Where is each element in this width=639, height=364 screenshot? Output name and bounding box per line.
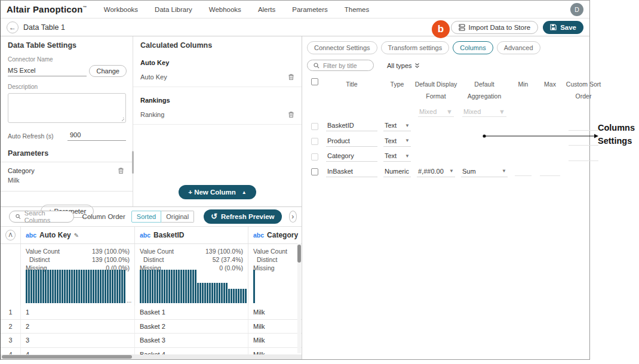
calc-item-ranking[interactable]: Ranking — [133, 111, 302, 125]
row-checkbox[interactable] — [311, 138, 318, 145]
import-data-button[interactable]: Import Data to Store — [451, 21, 539, 34]
order-option-original[interactable]: Original — [161, 211, 194, 223]
histogram-bar — [185, 270, 187, 303]
nav-item-alerts[interactable]: Alerts — [258, 6, 275, 13]
histogram-bar — [40, 270, 42, 303]
aggregation-dropdown[interactable]: Sum▼ — [461, 167, 508, 177]
tab-connector-settings[interactable]: Connector Settings — [307, 41, 377, 54]
row-number: 3 — [1, 334, 21, 347]
stat-line-distinct: Distinct — [253, 255, 297, 264]
column-title-field[interactable]: InBasket — [326, 167, 377, 177]
parameter-item[interactable]: CategoryMilk — [8, 167, 127, 184]
nav-item-data-library[interactable]: Data Library — [155, 6, 192, 13]
divider — [1, 191, 133, 192]
refresh-preview-button[interactable]: ↺ Refresh Preview — [204, 209, 281, 224]
stats-category: Value CountDistinctMissing — [248, 244, 302, 306]
histogram-bar — [112, 270, 113, 303]
custom-sort-field[interactable] — [569, 153, 598, 161]
trash-icon[interactable] — [118, 167, 124, 184]
data-table-settings-panel: Data Table Settings Connector Name MS Ex… — [1, 36, 133, 206]
select-all-checkbox[interactable] — [311, 78, 318, 85]
custom-sort-field[interactable] — [569, 122, 598, 131]
histogram-bar — [161, 270, 163, 303]
save-button[interactable]: Save — [543, 21, 583, 34]
mixed-aggregation-dropdown[interactable]: Mixed▼ — [462, 107, 506, 117]
histogram-bar — [102, 270, 104, 303]
back-button[interactable]: ← — [7, 21, 19, 33]
table-row[interactable]: 33Basket 3Milk — [1, 334, 302, 348]
format-dropdown[interactable]: #,##0.00▼ — [417, 167, 455, 177]
columns-settings-panel: Connector SettingsTransform settingsColu… — [302, 36, 589, 359]
histogram-bar — [93, 270, 94, 303]
tab-advanced[interactable]: Advanced — [497, 41, 540, 54]
col-header-title: Title — [324, 78, 380, 90]
column-title-field[interactable]: Category — [326, 152, 377, 162]
nav-item-parameters[interactable]: Parameters — [292, 6, 327, 13]
user-avatar[interactable]: D — [570, 3, 583, 16]
order-option-sorted[interactable]: Sorted — [131, 211, 161, 223]
column-type-dropdown[interactable]: Text▼ — [383, 121, 411, 131]
auto-refresh-input[interactable]: 900 — [67, 131, 126, 141]
preview-toolbar: Search Columns Column Order SortedOrigin… — [1, 207, 302, 226]
connector-name-value[interactable]: MS Excel — [8, 66, 87, 76]
filter-by-title-input[interactable]: Filter by title — [307, 60, 374, 71]
nav-item-webhooks[interactable]: Webhooks — [209, 6, 241, 13]
nav-item-workbooks[interactable]: Workbooks — [104, 6, 138, 13]
histogram-bar — [204, 283, 206, 303]
stat-value: 139 (100.0%) — [92, 247, 130, 255]
col-header-default-display-format: Default Display Format — [414, 78, 457, 102]
table-row[interactable]: 22Basket 2Milk — [1, 320, 302, 334]
column-title-field[interactable]: Product — [326, 137, 377, 147]
column-name: Auto Key — [39, 231, 71, 239]
new-column-button[interactable]: + New Column ▲ — [179, 185, 256, 199]
histogram-bar — [76, 270, 78, 303]
nav-item-themes[interactable]: Themes — [345, 6, 370, 13]
histogram-bar — [219, 283, 220, 303]
stat-label: Distinct — [253, 255, 277, 264]
histogram-bar — [173, 270, 175, 303]
cell-category: Milk — [248, 320, 302, 334]
histogram-bar — [35, 270, 37, 303]
row-checkbox[interactable] — [311, 123, 318, 130]
column-type-dropdown[interactable]: Numeric — [383, 167, 411, 177]
calculated-columns-panel: Calculated Columns Auto KeyAuto KeyRanki… — [133, 36, 302, 206]
max-field[interactable] — [540, 168, 560, 176]
type-filter-dropdown[interactable]: All types — [387, 62, 420, 69]
column-title-field[interactable]: BasketID — [326, 121, 377, 131]
double-chevron-down-icon — [414, 63, 420, 69]
stat-label: Distinct — [26, 255, 50, 264]
row-checkbox[interactable] — [311, 168, 318, 175]
table-row[interactable]: 11Basket 1Milk — [1, 306, 302, 320]
mixed-format-dropdown[interactable]: Mixed▼ — [418, 107, 454, 117]
calc-item-auto-key[interactable]: Auto Key — [133, 73, 302, 87]
min-field[interactable] — [515, 168, 532, 176]
chevron-right-icon: › — [291, 212, 294, 221]
collapse-preview-button[interactable]: ᐱ — [5, 230, 16, 240]
page-toolbar: ← Data Table 1 b Import Data to Store Sa… — [1, 18, 589, 36]
database-icon — [459, 24, 465, 31]
column-type-dropdown[interactable]: Text▼ — [383, 152, 411, 162]
preview-horizontal-scrollbar[interactable] — [1, 354, 302, 359]
edit-pencil-icon[interactable]: ✎ — [74, 232, 79, 239]
chevron-up-icon: ᐱ — [8, 232, 12, 238]
expand-right-button[interactable]: › — [289, 211, 297, 223]
trash-icon[interactable] — [288, 111, 294, 118]
histogram-bar — [33, 270, 35, 303]
histogram-bar — [59, 270, 61, 303]
left-column: Data Table Settings Connector Name MS Ex… — [1, 36, 302, 359]
tab-transform-settings[interactable]: Transform settings — [381, 41, 450, 54]
tab-columns[interactable]: Columns — [453, 41, 493, 54]
change-connector-button[interactable]: Change — [89, 65, 127, 77]
histogram-bar — [42, 270, 44, 303]
column-type-dropdown[interactable]: Text▼ — [383, 137, 411, 147]
parameter-value: Milk — [8, 177, 118, 184]
histogram-bar — [199, 283, 201, 303]
parameter-name: Category — [8, 167, 118, 174]
description-textarea[interactable] — [8, 93, 126, 123]
cell-category: Milk — [248, 334, 302, 347]
trash-icon[interactable] — [288, 73, 294, 81]
row-checkbox[interactable] — [311, 153, 318, 161]
histogram-bar — [50, 270, 51, 303]
preview-vertical-scrollbar[interactable] — [297, 243, 301, 353]
search-columns-input[interactable]: Search Columns — [9, 211, 74, 223]
